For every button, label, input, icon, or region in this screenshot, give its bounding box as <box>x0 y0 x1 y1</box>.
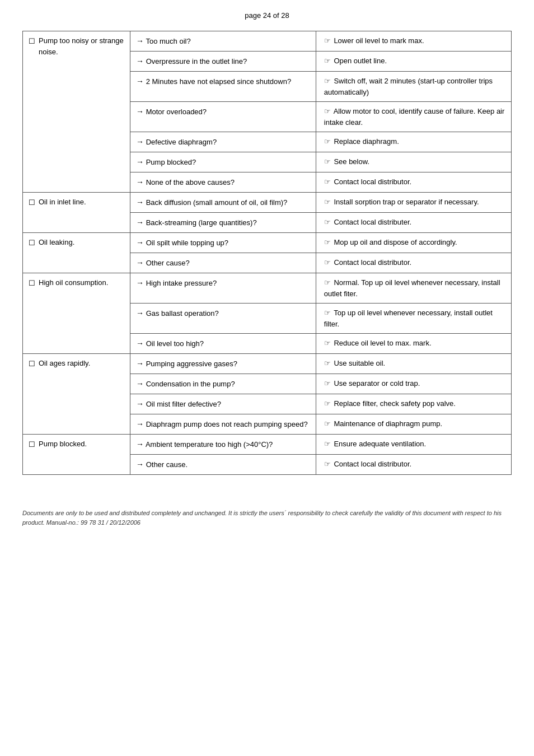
troubleshooting-table: ☐ Pump too noisy or strange noise. → Too… <box>22 31 512 475</box>
arrow-icon: → <box>136 440 144 449</box>
remedy-cell: ☞ Normal. Top up oil level whenever nece… <box>316 273 511 304</box>
remedy-cell: ☞ Contact local distributor. <box>316 455 511 475</box>
cause-cell: → Pump blocked? <box>130 152 316 172</box>
table-row: ☐ High oil consumption. → High intake pr… <box>23 273 512 304</box>
arrow-icon: → <box>136 57 144 66</box>
remedy-cell: ☞ Use suitable oil. <box>316 354 511 374</box>
checkbox-icon: ☐ <box>29 278 35 289</box>
remedy-cell: ☞ See below. <box>316 152 511 172</box>
checkbox-icon: ☐ <box>29 197 35 208</box>
remedy-cell: ☞ Contact local distributor. <box>316 253 511 273</box>
remedy-icon: ☞ <box>324 379 331 388</box>
remedy-icon: ☞ <box>324 57 331 65</box>
arrow-icon: → <box>136 36 144 45</box>
symptom-cell: ☐ Oil leaking. <box>23 233 130 273</box>
remedy-cell: ☞ Install sorption trap or separator if … <box>316 193 511 213</box>
arrow-icon: → <box>136 278 144 287</box>
arrow-icon: → <box>136 157 144 166</box>
remedy-cell: ☞ Use separator or cold trap. <box>316 374 511 394</box>
remedy-cell: ☞ Top up oil level whenever necessary, i… <box>316 304 511 334</box>
remedy-icon: ☞ <box>324 198 331 206</box>
symptom-label: Oil in inlet line. <box>39 197 86 208</box>
symptom-label: High oil consumption. <box>39 277 108 288</box>
symptom-cell: ☐ Pump too noisy or strange noise. <box>23 31 130 193</box>
remedy-icon: ☞ <box>324 77 331 85</box>
cause-cell: → 2 Minutes have not elapsed since shutd… <box>130 72 316 102</box>
table-row: ☐ Oil in inlet line. → Back diffusion (s… <box>23 193 512 213</box>
cause-cell: → Ambient temperature too high (>40°C)? <box>130 435 316 455</box>
checkbox-icon: ☐ <box>29 237 35 249</box>
cause-cell: → Condensation in the pump? <box>130 374 316 394</box>
remedy-icon: ☞ <box>324 359 331 367</box>
remedy-icon: ☞ <box>324 440 331 448</box>
remedy-cell: ☞ Lower oil level to mark max. <box>316 31 511 52</box>
cause-cell: → Defective diaphragm? <box>130 132 316 152</box>
cause-cell: → Oil mist filter defective? <box>130 394 316 414</box>
remedy-cell: ☞ Maintenance of diaphragm pump. <box>316 414 511 435</box>
remedy-cell: ☞ Replace filter, check safety pop valve… <box>316 394 511 414</box>
cause-cell: → Back diffusion (small amount of oil, o… <box>130 193 316 213</box>
cause-cell: → Oil level too high? <box>130 334 316 354</box>
arrow-icon: → <box>136 419 144 428</box>
remedy-icon: ☞ <box>324 238 331 246</box>
remedy-cell: ☞ Mop up oil and dispose of accordingly. <box>316 233 511 253</box>
remedy-icon: ☞ <box>324 399 331 408</box>
table-row: ☐ Pump too noisy or strange noise. → Too… <box>23 31 512 52</box>
remedy-icon: ☞ <box>324 157 331 166</box>
symptom-cell: ☐ Oil in inlet line. <box>23 193 130 233</box>
remedy-cell: ☞ Open outlet line. <box>316 52 511 72</box>
remedy-cell: ☞ Reduce oil level to max. mark. <box>316 334 511 354</box>
symptom-cell: ☐ Pump blocked. <box>23 435 130 475</box>
remedy-cell: ☞ Contact local distributor. <box>316 172 511 193</box>
cause-cell: → Oil spilt while topping up? <box>130 233 316 253</box>
remedy-icon: ☞ <box>324 107 331 115</box>
table-row: ☐ Oil leaking. → Oil spilt while topping… <box>23 233 512 253</box>
cause-cell: → Overpressure in the outlet line? <box>130 52 316 72</box>
page-header: page 24 of 28 <box>22 11 512 20</box>
symptom-label: Oil leaking. <box>39 237 74 248</box>
arrow-icon: → <box>136 399 144 408</box>
arrow-icon: → <box>136 309 144 318</box>
arrow-icon: → <box>136 359 144 368</box>
table-row: ☐ Oil ages rapidly. → Pumping aggressive… <box>23 354 512 374</box>
cause-cell: → Too much oil? <box>130 31 316 52</box>
cause-cell: → Back-streaming (large quantities)? <box>130 213 316 233</box>
remedy-cell: ☞ Ensure adequate ventilation. <box>316 435 511 455</box>
checkbox-icon: ☐ <box>29 439 35 450</box>
symptom-cell-high-oil: ☐ High oil consumption. <box>23 273 130 354</box>
remedy-icon: ☞ <box>324 278 331 287</box>
remedy-cell: ☞ Switch off, wait 2 minutes (start-up c… <box>316 72 511 102</box>
symptom-label: Pump too noisy or strange noise. <box>39 35 124 57</box>
arrow-icon: → <box>136 77 144 86</box>
symptom-label: Pump blocked. <box>39 438 87 450</box>
remedy-icon: ☞ <box>324 218 331 226</box>
remedy-icon: ☞ <box>324 36 331 45</box>
remedy-cell: ☞ Contact local distributer. <box>316 213 511 233</box>
cause-cell: → Other cause? <box>130 253 316 273</box>
remedy-icon: ☞ <box>324 258 331 267</box>
remedy-icon: ☞ <box>324 339 331 347</box>
arrow-icon: → <box>136 137 144 146</box>
remedy-icon: ☞ <box>324 309 331 317</box>
remedy-icon: ☞ <box>324 460 331 468</box>
symptom-label: Oil ages rapidly. <box>39 358 90 369</box>
table-row: ☐ Pump blocked. → Ambient temperature to… <box>23 435 512 455</box>
checkbox-icon: ☐ <box>29 358 35 370</box>
symptom-cell: ☐ Oil ages rapidly. <box>23 354 130 435</box>
remedy-cell: ☞ Allow motor to cool, identify cause of… <box>316 102 511 132</box>
checkbox-icon: ☐ <box>29 36 35 47</box>
cause-cell: → Motor overloaded? <box>130 102 316 132</box>
cause-cell: → None of the above causes? <box>130 172 316 193</box>
footer-text: Documents are only to be used and distri… <box>22 508 512 527</box>
cause-cell: → Pumping aggressive gases? <box>130 354 316 374</box>
arrow-icon: → <box>136 198 144 207</box>
arrow-icon: → <box>136 238 144 247</box>
arrow-icon: → <box>136 460 144 469</box>
cause-cell: → Other cause. <box>130 455 316 475</box>
arrow-icon: → <box>136 379 144 388</box>
arrow-icon: → <box>136 107 144 116</box>
arrow-icon: → <box>136 339 144 348</box>
remedy-icon: ☞ <box>324 178 331 186</box>
remedy-cell: ☞ Replace diaphragm. <box>316 132 511 152</box>
cause-cell: → High intake pressure? <box>130 273 316 304</box>
